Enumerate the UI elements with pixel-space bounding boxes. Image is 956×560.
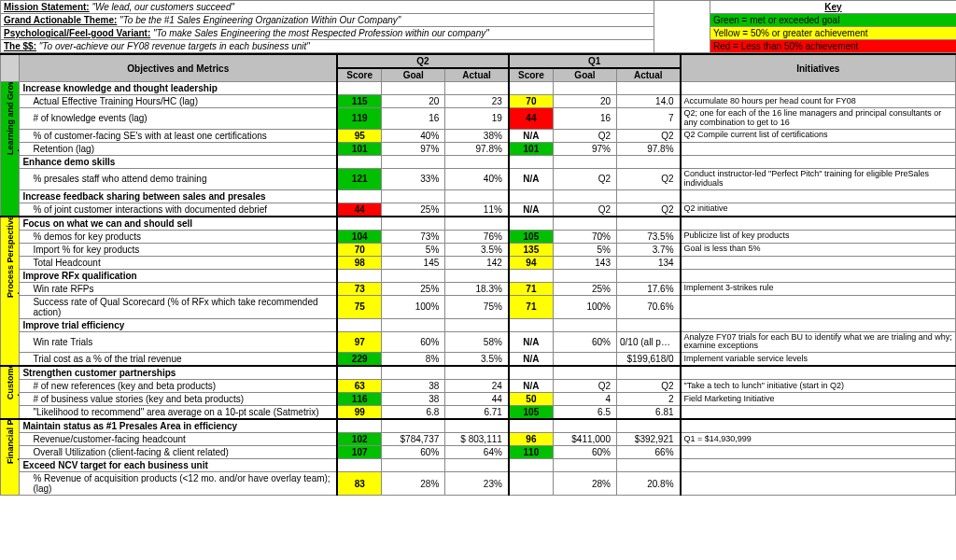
objective-heading: Improve trial efficiency	[20, 318, 337, 331]
initiative-cell: Field Marketing Initiative	[681, 393, 956, 406]
perspective-label: Process Perspective	[1, 217, 20, 367]
col-q1-goal: Goal	[553, 68, 616, 82]
key-yellow: Yellow = 50% or greater achievement	[710, 27, 957, 40]
cell-q2s: 104	[337, 230, 382, 243]
cell-q2g: 5%	[382, 243, 445, 256]
cell-q1s: N/A	[509, 353, 554, 367]
cell-q1a: 73.5%	[617, 230, 681, 243]
cell-q2s: 70	[337, 243, 382, 256]
cell-q1s: N/A	[509, 380, 554, 393]
objective-heading: Increase feedback sharing between sales …	[20, 189, 337, 203]
cell-q1s: 44	[509, 108, 554, 130]
col-objectives: Objectives and Metrics	[20, 54, 337, 82]
dd-value: "To over-achieve our FY08 revenue target…	[39, 41, 310, 51]
perspective-label: Learning and Growth Perspective	[1, 82, 20, 217]
cell-q1a: 7	[617, 108, 681, 130]
cell-q1a: 134	[617, 256, 681, 269]
metric-label: Trial cost as a % of the trial revenue	[20, 353, 337, 367]
cell-q1s: 105	[509, 406, 554, 420]
cell-q1g: Q2	[553, 168, 616, 189]
cell-q2g: 38	[382, 380, 445, 393]
cell-q1a: Q2	[617, 129, 681, 142]
cell-q2a: 38%	[445, 129, 509, 142]
cell-q2g: 100%	[382, 295, 445, 318]
initiative-cell	[681, 142, 956, 155]
initiative-cell: Accumulate 80 hours per head count for F…	[681, 95, 956, 108]
cell-q1g: 28%	[553, 472, 616, 496]
cell-q1g: 97%	[553, 142, 616, 155]
cell-q1g: 60%	[553, 331, 616, 353]
header-table: Mission Statement: "We lead, our custome…	[0, 0, 956, 53]
metric-label: # of business value stories (key and bet…	[20, 393, 337, 406]
initiative-cell: Conduct instructor-led "Perfect Pitch" t…	[681, 168, 956, 189]
metric-label: % demos for key products	[20, 230, 337, 243]
cell-q2a: 3.5%	[445, 353, 509, 367]
cell-q2a: $ 803,111	[445, 433, 509, 446]
metric-label: # of knowledge events (lag)	[20, 108, 337, 130]
cell-q2a: 44	[445, 393, 509, 406]
cell-q2g: 145	[382, 256, 445, 269]
cell-q1s: 50	[509, 393, 554, 406]
objective-heading: Exceed NCV target for each business unit	[20, 459, 337, 472]
cell-q2g: 97%	[382, 142, 445, 155]
initiative-cell: Analyze FY07 trials for each BU to ident…	[681, 331, 956, 353]
cell-q2s: 99	[337, 406, 382, 420]
cell-q2a: 23	[445, 95, 509, 108]
cell-q2a: 58%	[445, 331, 509, 353]
metric-label: Actual Effective Training Hours/HC (lag)	[20, 95, 337, 108]
perspective-label: Financial Perspective	[1, 419, 20, 496]
cell-q2g: 25%	[382, 203, 445, 217]
cell-q1a: 14.0	[617, 95, 681, 108]
col-q1-score: Score	[509, 68, 554, 82]
cell-q1g: 4	[553, 393, 616, 406]
cell-q1g: Q2	[553, 129, 616, 142]
cell-q2a: 142	[445, 256, 509, 269]
metric-label: % Revenue of acquisition products (<12 m…	[20, 472, 337, 496]
cell-q1g: Q2	[553, 380, 616, 393]
initiative-cell	[681, 406, 956, 420]
cell-q2g: 20	[382, 95, 445, 108]
cell-q1s: N/A	[509, 203, 554, 217]
cell-q1a: 66%	[617, 446, 681, 459]
cell-q1g: 143	[553, 256, 616, 269]
objective-heading: Focus on what we can and should sell	[20, 217, 337, 231]
key-green: Green = met or exceeded goal	[710, 14, 957, 27]
cell-q1g: 60%	[553, 446, 616, 459]
cell-q1a: 97.8%	[617, 142, 681, 155]
cell-q1a: 0/10 (all pending)	[617, 331, 681, 353]
col-q2-score: Score	[337, 68, 382, 82]
objective-heading: Maintain status as #1 Presales Area in e…	[20, 419, 337, 433]
cell-q1a: $392,921	[617, 433, 681, 446]
initiative-cell: Q2 initiative	[681, 203, 956, 217]
initiative-cell: Implement 3-strikes rule	[681, 282, 956, 295]
cell-q2s: 73	[337, 282, 382, 295]
cell-q2g: 73%	[382, 230, 445, 243]
initiative-cell	[681, 295, 956, 318]
cell-q2s: 102	[337, 433, 382, 446]
cell-q1a: Q2	[617, 203, 681, 217]
initiative-cell	[681, 472, 956, 496]
cell-q1g: 5%	[553, 243, 616, 256]
cell-q1a: Q2	[617, 380, 681, 393]
cell-q2s: 116	[337, 393, 382, 406]
cell-q1a: 20.8%	[617, 472, 681, 496]
cell-q2s: 119	[337, 108, 382, 130]
cell-q2a: 23%	[445, 472, 509, 496]
perspective-label: Customer Perspective	[1, 366, 20, 419]
cell-q2s: 101	[337, 142, 382, 155]
cell-q1g: 6.5	[553, 406, 616, 420]
metric-label: % of joint customer interactions with do…	[20, 203, 337, 217]
cell-q2g: 33%	[382, 168, 445, 189]
col-q2-actual: Actual	[445, 68, 509, 82]
metric-label: Overall Utilization (client-facing & cli…	[20, 446, 337, 459]
initiative-cell	[681, 256, 956, 269]
key-title: Key	[710, 1, 957, 14]
cell-q2a: 97.8%	[445, 142, 509, 155]
cell-q2g: 40%	[382, 129, 445, 142]
cell-q2a: 18.3%	[445, 282, 509, 295]
cell-q2g: $784,737	[382, 433, 445, 446]
cell-q1s: N/A	[509, 168, 554, 189]
initiative-cell: Q2 Compile current list of certification…	[681, 129, 956, 142]
cell-q2a: 24	[445, 380, 509, 393]
cell-q2a: 75%	[445, 295, 509, 318]
